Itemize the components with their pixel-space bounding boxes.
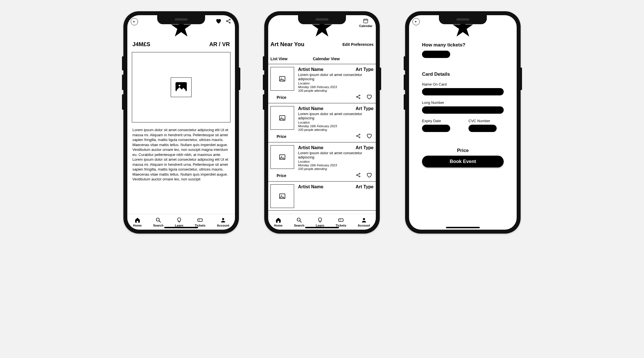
heart-outline-icon <box>366 133 372 139</box>
nav-learn[interactable]: Learn <box>316 217 324 227</box>
name-on-card-label: Name On Card <box>422 82 504 86</box>
share-button[interactable] <box>356 94 361 101</box>
image-placeholder-icon <box>279 115 286 121</box>
event-attending: 100 people attending <box>298 89 374 92</box>
nav-search[interactable]: Search <box>294 217 304 227</box>
calendar-icon <box>363 18 368 24</box>
image-placeholder-icon <box>279 75 286 82</box>
edit-preferences-link[interactable]: Edit Preferences <box>343 42 374 47</box>
event-art-type: Art Type <box>356 67 374 72</box>
favorite-button[interactable] <box>215 18 221 25</box>
name-on-card-input[interactable] <box>422 88 504 95</box>
calendar-button[interactable]: Calendar <box>359 18 372 28</box>
tab-list-view[interactable]: List View <box>270 57 287 61</box>
nav-learn[interactable]: Learn <box>175 217 183 227</box>
event-thumbnail <box>270 145 294 169</box>
arvr-link[interactable]: AR / VR <box>209 41 230 48</box>
nav-tickets-label: Tickets <box>195 224 205 227</box>
nav-learn-label: Learn <box>175 224 183 227</box>
event-attending: 100 people attending <box>298 128 374 131</box>
home-icon <box>275 217 281 223</box>
phone-artist-detail: J4M£S AR / VR Lorem ipsum dolor sit amet… <box>123 11 239 234</box>
favorite-button[interactable] <box>366 133 372 140</box>
user-icon <box>361 217 367 223</box>
artist-name: J4M£S <box>132 41 150 48</box>
event-price: Price <box>270 134 286 139</box>
bulb-icon <box>317 217 323 223</box>
event-card[interactable]: Artist Name Art Type <box>268 182 376 211</box>
share-icon <box>356 133 361 139</box>
event-list: Artist Name Art Type Lorem ipsum dolor s… <box>268 64 376 211</box>
ticket-quantity-input[interactable] <box>422 51 450 58</box>
event-attending: 100 people attending <box>298 167 374 171</box>
event-artist-name: Artist Name <box>298 145 323 150</box>
event-thumbnail <box>270 67 294 91</box>
nav-search[interactable]: Search <box>153 217 163 227</box>
event-art-type: Art Type <box>356 145 374 150</box>
phone-art-near-you: Calendar Art Near You Edit Preferences L… <box>264 11 380 234</box>
share-button[interactable] <box>356 133 361 140</box>
share-icon <box>225 18 232 24</box>
event-price: Price <box>270 95 286 100</box>
nav-home-label: Home <box>133 224 142 227</box>
nav-home[interactable]: Home <box>274 217 283 227</box>
event-location: Location <box>298 160 374 163</box>
book-event-button[interactable]: Book Event <box>422 156 504 167</box>
image-placeholder-icon <box>173 80 189 93</box>
nav-account[interactable]: Account <box>358 217 370 227</box>
nav-search-label: Search <box>153 224 163 227</box>
ticket-icon <box>197 217 203 223</box>
event-art-type: Art Type <box>356 184 374 189</box>
back-button[interactable] <box>131 18 138 25</box>
nav-account-label: Account <box>358 224 370 227</box>
arrow-left-icon <box>132 19 137 24</box>
event-card[interactable]: Artist Name Art Type Lorem ipsum dolor s… <box>268 103 376 142</box>
share-icon <box>356 94 361 100</box>
nav-tickets-label: Tickets <box>336 224 346 227</box>
calendar-label: Calendar <box>359 24 372 28</box>
nav-home[interactable]: Home <box>133 217 142 227</box>
share-button[interactable] <box>225 18 232 25</box>
event-card[interactable]: Artist Name Art Type Lorem ipsum dolor s… <box>268 64 376 103</box>
nav-tickets[interactable]: Tickets <box>195 217 205 227</box>
expiry-input[interactable] <box>422 125 450 132</box>
event-art-type: Art Type <box>356 106 374 111</box>
home-icon <box>134 217 141 223</box>
share-icon <box>356 172 361 178</box>
tickets-question: How many tickets? <box>422 42 504 48</box>
favorite-button[interactable] <box>366 94 372 101</box>
nav-home-label: Home <box>274 224 283 227</box>
event-card[interactable]: Artist Name Art Type Lorem ipsum dolor s… <box>268 142 376 182</box>
nav-tickets[interactable]: Tickets <box>336 217 346 227</box>
artwork-image[interactable] <box>132 52 230 122</box>
nav-account-label: Account <box>217 224 229 227</box>
back-button[interactable] <box>412 18 420 25</box>
event-artist-name: Artist Name <box>298 67 323 72</box>
user-icon <box>220 217 226 223</box>
search-icon <box>155 217 161 223</box>
card-number-input[interactable] <box>422 106 504 114</box>
nav-account[interactable]: Account <box>217 217 229 227</box>
event-date: Monday 16th February 2023 <box>298 85 374 89</box>
image-placeholder-icon <box>279 193 286 200</box>
tab-calendar-view[interactable]: Calendar View <box>313 57 339 61</box>
event-price: Price <box>270 173 286 178</box>
cvc-input[interactable] <box>468 125 497 132</box>
event-thumbnail <box>270 106 294 130</box>
event-date: Monday 16th February 2023 <box>298 164 374 167</box>
favorite-button[interactable] <box>366 172 372 179</box>
nav-learn-label: Learn <box>316 224 324 227</box>
event-date: Monday 16th February 2023 <box>298 124 374 128</box>
search-icon <box>296 217 302 223</box>
card-details-heading: Card Details <box>422 71 504 77</box>
heart-outline-icon <box>366 94 372 100</box>
cvc-label: CVC Number <box>468 119 504 123</box>
price-label: Price <box>422 148 504 153</box>
ticket-icon <box>338 217 344 223</box>
heart-icon <box>215 18 221 24</box>
event-location: Location <box>298 82 374 85</box>
share-button[interactable] <box>356 172 361 179</box>
event-artist-name: Artist Name <box>298 184 323 189</box>
image-placeholder-icon <box>279 154 286 160</box>
event-artist-name: Artist Name <box>298 106 323 111</box>
